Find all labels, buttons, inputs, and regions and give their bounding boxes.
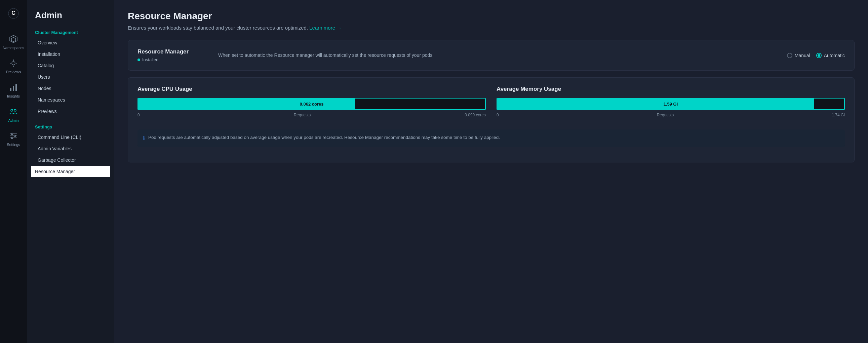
previews-icon <box>8 58 19 69</box>
memory-progress-bar: 1.59 Gi <box>497 98 845 110</box>
manual-radio[interactable]: Manual <box>787 53 810 58</box>
memory-legend: 0 Requests 1.74 Gi <box>497 113 845 117</box>
memory-usage-section: Average Memory Usage 1.59 Gi 0 Requests … <box>497 86 845 117</box>
cpu-mid: Requests <box>294 113 311 117</box>
cpu-max: 0.099 cores <box>465 113 486 117</box>
usage-card: Average CPU Usage 0.062 cores 0 Requests… <box>128 77 855 162</box>
nav-garbage-collector[interactable]: Garbage Collector <box>27 154 114 166</box>
memory-mid: Requests <box>657 113 674 117</box>
page-subtitle: Ensures your workloads stay balanced and… <box>128 25 855 31</box>
resource-manager-card: Resource Manager Installed When set to a… <box>128 40 855 71</box>
automatic-radio[interactable]: Automatic <box>816 53 845 58</box>
nav-namespaces[interactable]: Namespaces <box>27 94 114 105</box>
nav-nodes[interactable]: Nodes <box>27 83 114 94</box>
sidebar-item-previews[interactable]: Previews <box>0 54 27 78</box>
svg-marker-3 <box>11 37 16 42</box>
sidebar-item-insights[interactable]: Insights <box>0 78 27 102</box>
settings-icon <box>8 130 19 141</box>
sidebar-item-namespaces[interactable]: Namespaces <box>0 30 27 54</box>
cpu-min: 0 <box>137 113 140 117</box>
memory-min: 0 <box>497 113 499 117</box>
svg-point-13 <box>14 109 16 111</box>
nav-cli[interactable]: Command Line (CLI) <box>27 131 114 143</box>
admin-icon <box>8 106 19 117</box>
automatic-radio-circle <box>816 53 822 58</box>
svg-point-19 <box>11 137 13 139</box>
memory-bar-fill <box>497 98 814 109</box>
previews-label: Previews <box>6 70 21 74</box>
info-text: Pod requests are automatically adjusted … <box>148 134 500 141</box>
usage-grid: Average CPU Usage 0.062 cores 0 Requests… <box>137 86 845 154</box>
rm-status: Installed <box>137 57 205 62</box>
logo-icon: C <box>8 8 19 19</box>
cpu-title: Average CPU Usage <box>137 86 486 92</box>
learn-more-link[interactable]: Learn more → <box>309 25 342 31</box>
cpu-usage-section: Average CPU Usage 0.062 cores 0 Requests… <box>137 86 486 117</box>
namespaces-icon <box>8 34 19 44</box>
cpu-legend: 0 Requests 0.099 cores <box>137 113 486 117</box>
nav-overview[interactable]: Overview <box>27 37 114 49</box>
svg-rect-10 <box>13 86 14 91</box>
nav-resource-manager[interactable]: Resource Manager <box>31 166 110 177</box>
sidebar-item-admin[interactable]: Admin <box>0 102 27 126</box>
nav-catalog[interactable]: Catalog <box>27 60 114 71</box>
logo-button[interactable]: C <box>0 4 27 23</box>
manual-radio-circle <box>787 53 793 58</box>
sidebar-item-settings[interactable]: Settings <box>0 126 27 151</box>
svg-text:C: C <box>11 10 16 16</box>
rm-controls: Manual Automatic <box>787 53 845 58</box>
rm-name: Resource Manager <box>137 49 205 55</box>
rm-description: When set to automatic the Resource manag… <box>218 52 774 59</box>
nav-installation[interactable]: Installation <box>27 49 114 60</box>
page-title: Resource Manager <box>128 11 855 22</box>
insights-label: Insights <box>7 94 20 98</box>
namespaces-label: Namespaces <box>3 46 24 50</box>
svg-rect-11 <box>16 84 17 91</box>
sidebar-title: Admin <box>27 7 114 27</box>
info-icon: ℹ <box>143 134 145 143</box>
cpu-bar-fill <box>138 98 355 109</box>
info-box: ℹ Pod requests are automatically adjuste… <box>137 129 845 147</box>
main-content: Resource Manager Ensures your workloads … <box>114 0 868 343</box>
status-dot-icon <box>137 59 140 61</box>
main-sidebar: Admin Cluster Management Overview Instal… <box>27 0 114 343</box>
memory-max: 1.74 Gi <box>832 113 845 117</box>
memory-title: Average Memory Usage <box>497 86 845 92</box>
cpu-progress-bar: 0.062 cores <box>137 98 486 110</box>
svg-rect-9 <box>10 88 11 91</box>
nav-previews[interactable]: Previews <box>27 105 114 117</box>
svg-point-18 <box>14 135 16 137</box>
admin-label: Admin <box>8 118 19 122</box>
svg-point-12 <box>11 109 13 111</box>
nav-users[interactable]: Users <box>27 71 114 83</box>
icon-sidebar: C Namespaces Previews <box>0 0 27 343</box>
settings-label: Settings <box>7 143 20 147</box>
svg-point-4 <box>12 62 15 65</box>
rm-card-info: Resource Manager Installed <box>137 49 205 62</box>
svg-point-17 <box>11 133 13 135</box>
cluster-management-section: Cluster Management <box>27 27 114 37</box>
insights-icon <box>8 82 19 93</box>
nav-admin-variables[interactable]: Admin Variables <box>27 143 114 154</box>
settings-section: Settings <box>27 122 114 131</box>
